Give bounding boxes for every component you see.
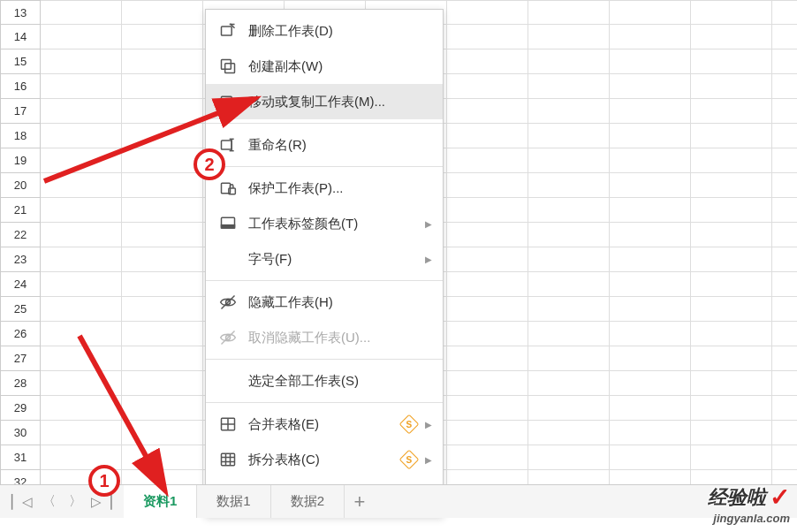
grid-cell[interactable] bbox=[447, 445, 528, 470]
grid-cell[interactable] bbox=[528, 297, 610, 322]
menu-item[interactable]: 选定全部工作表(S) bbox=[206, 363, 443, 399]
grid-cell[interactable] bbox=[610, 346, 691, 371]
grid-cell[interactable] bbox=[122, 223, 203, 247]
grid-cell[interactable] bbox=[528, 198, 610, 223]
grid-cell[interactable] bbox=[772, 371, 797, 396]
grid-cell[interactable] bbox=[122, 25, 203, 49]
menu-item[interactable]: 创建副本(W) bbox=[206, 49, 443, 84]
grid-cell[interactable] bbox=[691, 396, 772, 421]
sheet-tab-active[interactable]: 资料1 bbox=[124, 485, 197, 518]
grid-cell[interactable] bbox=[122, 198, 203, 223]
grid-cell[interactable] bbox=[41, 99, 122, 124]
grid-cell[interactable] bbox=[610, 0, 691, 25]
grid-cell[interactable] bbox=[41, 247, 122, 272]
grid-cell[interactable] bbox=[41, 396, 122, 421]
grid-cell[interactable] bbox=[447, 247, 528, 272]
grid-cell[interactable] bbox=[691, 223, 772, 247]
grid-cell[interactable] bbox=[610, 25, 691, 49]
grid-cell[interactable] bbox=[447, 346, 528, 371]
grid-cell[interactable] bbox=[772, 74, 797, 99]
grid-cell[interactable] bbox=[610, 371, 691, 396]
grid-cell[interactable] bbox=[528, 396, 610, 421]
grid-cell[interactable] bbox=[772, 322, 797, 346]
grid-cell[interactable] bbox=[610, 173, 691, 198]
grid-cell[interactable] bbox=[691, 124, 772, 148]
grid-cell[interactable] bbox=[447, 0, 528, 25]
grid-cell[interactable] bbox=[610, 247, 691, 272]
grid-cell[interactable] bbox=[122, 49, 203, 74]
grid-cell[interactable] bbox=[691, 346, 772, 371]
grid-cell[interactable] bbox=[528, 148, 610, 173]
grid-cell[interactable] bbox=[772, 0, 797, 25]
grid-cell[interactable] bbox=[122, 173, 203, 198]
grid-cell[interactable] bbox=[41, 223, 122, 247]
grid-cell[interactable] bbox=[122, 371, 203, 396]
grid-cell[interactable] bbox=[691, 371, 772, 396]
grid-cell[interactable] bbox=[447, 99, 528, 124]
grid-cell[interactable] bbox=[528, 173, 610, 198]
grid-cell[interactable] bbox=[41, 322, 122, 346]
grid-cell[interactable] bbox=[447, 198, 528, 223]
grid-cell[interactable] bbox=[41, 272, 122, 297]
grid-cell[interactable] bbox=[447, 421, 528, 445]
grid-cell[interactable] bbox=[41, 371, 122, 396]
menu-item[interactable]: 删除工作表(D) bbox=[206, 13, 443, 49]
grid-cell[interactable] bbox=[691, 148, 772, 173]
grid-cell[interactable] bbox=[528, 272, 610, 297]
grid-cell[interactable] bbox=[447, 173, 528, 198]
grid-cell[interactable] bbox=[691, 74, 772, 99]
grid-cell[interactable] bbox=[610, 148, 691, 173]
grid-cell[interactable] bbox=[528, 99, 610, 124]
grid-cell[interactable] bbox=[691, 49, 772, 74]
grid-cell[interactable] bbox=[691, 99, 772, 124]
grid-cell[interactable] bbox=[772, 223, 797, 247]
grid-cell[interactable] bbox=[528, 74, 610, 99]
grid-cell[interactable] bbox=[772, 99, 797, 124]
grid-cell[interactable] bbox=[122, 396, 203, 421]
nav-next-icon[interactable]: 〉 bbox=[65, 492, 85, 512]
grid-cell[interactable] bbox=[772, 445, 797, 470]
grid-cell[interactable] bbox=[122, 445, 203, 470]
row-header[interactable]: 30 bbox=[0, 421, 41, 445]
nav-first-icon[interactable]: ▏◁ bbox=[12, 492, 32, 512]
grid-cell[interactable] bbox=[610, 272, 691, 297]
grid-cell[interactable] bbox=[122, 124, 203, 148]
grid-cell[interactable] bbox=[691, 421, 772, 445]
grid-cell[interactable] bbox=[122, 322, 203, 346]
grid-cell[interactable] bbox=[610, 223, 691, 247]
grid-cell[interactable] bbox=[610, 445, 691, 470]
grid-cell[interactable] bbox=[772, 346, 797, 371]
grid-cell[interactable] bbox=[122, 346, 203, 371]
grid-cell[interactable] bbox=[528, 445, 610, 470]
menu-item[interactable]: 移动或复制工作表(M)... bbox=[206, 84, 443, 119]
menu-item[interactable]: 合并表格(E)S▶ bbox=[206, 407, 443, 442]
row-header[interactable]: 14 bbox=[0, 25, 41, 49]
grid-cell[interactable] bbox=[122, 272, 203, 297]
row-header[interactable]: 21 bbox=[0, 198, 41, 223]
row-header[interactable]: 31 bbox=[0, 445, 41, 470]
grid-cell[interactable] bbox=[772, 49, 797, 74]
grid-cell[interactable] bbox=[772, 297, 797, 322]
grid-cell[interactable] bbox=[41, 124, 122, 148]
grid-cell[interactable] bbox=[772, 173, 797, 198]
grid-cell[interactable] bbox=[528, 49, 610, 74]
menu-item[interactable]: 字号(F)▶ bbox=[206, 241, 443, 277]
row-header[interactable]: 20 bbox=[0, 173, 41, 198]
menu-item[interactable]: 工作表标签颜色(T)▶ bbox=[206, 206, 443, 241]
row-header[interactable]: 13 bbox=[0, 0, 41, 25]
grid-cell[interactable] bbox=[122, 99, 203, 124]
grid-cell[interactable] bbox=[41, 198, 122, 223]
sheet-tab[interactable]: 数据1 bbox=[197, 485, 270, 518]
grid-cell[interactable] bbox=[691, 272, 772, 297]
grid-cell[interactable] bbox=[41, 49, 122, 74]
grid-cell[interactable] bbox=[122, 247, 203, 272]
row-header[interactable]: 29 bbox=[0, 396, 41, 421]
grid-cell[interactable] bbox=[528, 0, 610, 25]
grid-cell[interactable] bbox=[447, 124, 528, 148]
menu-item[interactable]: 隐藏工作表(H) bbox=[206, 285, 443, 320]
grid-cell[interactable] bbox=[528, 247, 610, 272]
grid-cell[interactable] bbox=[447, 272, 528, 297]
grid-cell[interactable] bbox=[528, 25, 610, 49]
grid-cell[interactable] bbox=[610, 74, 691, 99]
grid-cell[interactable] bbox=[772, 272, 797, 297]
